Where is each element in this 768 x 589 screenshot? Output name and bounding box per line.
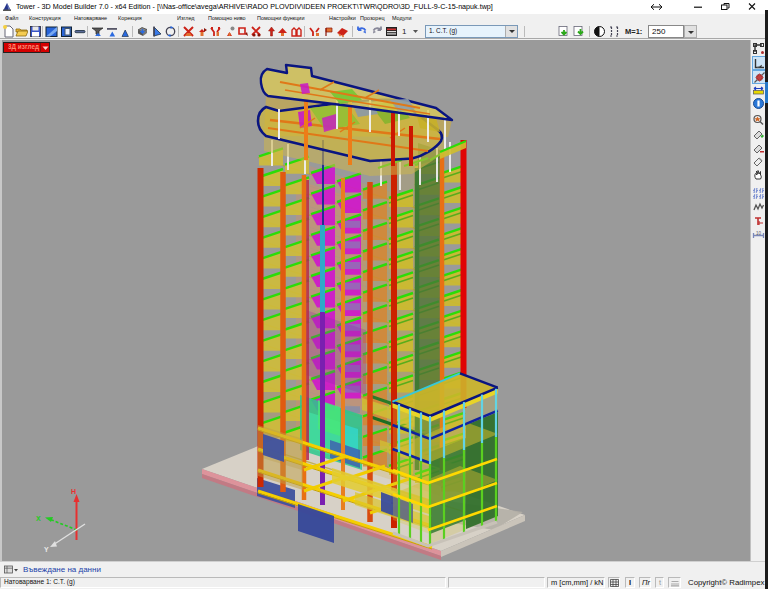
- svg-text:H: H: [71, 488, 76, 495]
- svg-text:X: X: [36, 515, 41, 522]
- svg-text:10: 10: [756, 231, 762, 236]
- svg-text:Y: Y: [44, 546, 49, 553]
